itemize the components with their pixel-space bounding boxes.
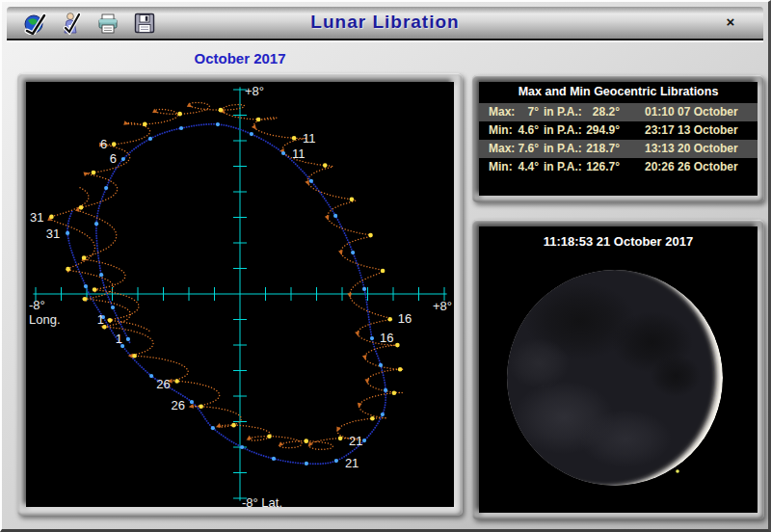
chart-month-title: October 2017 xyxy=(17,50,463,66)
svg-text:11: 11 xyxy=(292,146,306,161)
max-min-table-panel: Max and Min Geocentric Librations Max:7°… xyxy=(472,75,764,202)
svg-text:+8°: +8° xyxy=(245,84,264,98)
libration-chart-panel: +8°+8°-8°Long.-8° Lat.116611111616212126… xyxy=(17,73,463,516)
svg-text:1: 1 xyxy=(97,312,104,327)
svg-text:31: 31 xyxy=(46,226,60,241)
svg-text:16: 16 xyxy=(398,311,412,326)
table-rows: Max:7°in P.A.:28.2°01:1007 OctoberMin:4.… xyxy=(479,103,758,176)
window-title: Lunar Libration xyxy=(7,12,763,33)
table-title: Max and Min Geocentric Librations xyxy=(479,85,758,98)
libration-extreme-row: Min:4.6°in P.A.:294.9°23:1713 October xyxy=(479,121,758,140)
moon-image xyxy=(479,226,758,513)
svg-text:21: 21 xyxy=(345,456,359,470)
star-dot xyxy=(676,469,679,473)
svg-text:26: 26 xyxy=(156,377,170,391)
svg-text:Long.: Long. xyxy=(29,312,61,327)
svg-text:6: 6 xyxy=(110,151,117,166)
svg-text:21: 21 xyxy=(349,434,362,448)
moon-panel: 11:18:53 21 October 2017 xyxy=(472,220,764,519)
svg-text:16: 16 xyxy=(380,331,393,345)
svg-text:31: 31 xyxy=(30,210,43,225)
title-bar: Lunar Libration × xyxy=(7,7,763,40)
app-window: Lunar Libration × October 2017 +8°+8°-8°… xyxy=(0,0,771,532)
libration-chart: +8°+8°-8°Long.-8° Lat.116611111616212126… xyxy=(26,82,454,507)
svg-text:-8° Lat.: -8° Lat. xyxy=(242,495,282,507)
svg-text:11: 11 xyxy=(303,131,316,146)
svg-text:26: 26 xyxy=(171,398,184,412)
svg-text:-8°: -8° xyxy=(29,298,45,312)
svg-text:1: 1 xyxy=(116,332,122,346)
libration-extreme-row: Max:7°in P.A.:28.2°01:1007 October xyxy=(479,103,758,121)
moon-timestamp: 11:18:53 21 October 2017 xyxy=(479,234,758,249)
libration-extreme-row: Max:7.6°in P.A.:218.7°13:1320 October xyxy=(479,140,758,158)
close-button[interactable]: × xyxy=(723,14,738,30)
svg-text:6: 6 xyxy=(100,137,107,151)
libration-extreme-row: Min:4.4°in P.A.:126.7°20:2626 October xyxy=(479,158,758,176)
svg-text:+8°: +8° xyxy=(433,299,452,313)
